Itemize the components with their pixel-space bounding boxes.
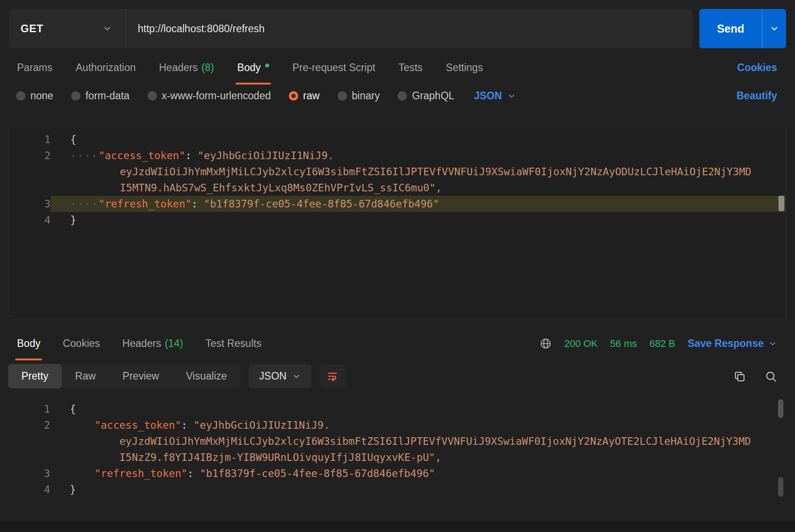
radio-x-www-form-urlencoded[interactable]: x-www-form-urlencoded	[148, 90, 271, 102]
tab-headers[interactable]: Headers(8)	[158, 62, 215, 84]
network-globe-icon[interactable]	[540, 338, 552, 350]
radio-label: form-data	[85, 90, 129, 102]
code-token: }	[70, 484, 76, 495]
wrap-lines-button[interactable]	[320, 365, 346, 388]
scrollbar-thumb[interactable]	[778, 196, 784, 211]
tab-pre-request-script[interactable]: Pre-request Script	[292, 62, 376, 84]
body-modified-dot	[265, 63, 269, 68]
search-response-button[interactable]	[765, 370, 777, 383]
line-number: 3	[9, 465, 50, 481]
tab-tests[interactable]: Tests	[398, 62, 423, 84]
json-string-value: I5MTN9.hAbS7wS_EhfsxktJyLxq8Ms0ZEhVPrIvL…	[70, 180, 786, 196]
status-badge: 200 OK	[564, 338, 598, 350]
indent	[70, 468, 94, 479]
tab-label: Settings	[446, 62, 483, 73]
view-preview[interactable]: Preview	[109, 364, 173, 388]
code-line: 3 "refresh_token": "b1f8379f-ce05-4fee-8…	[9, 465, 786, 481]
send-split-button: Send	[699, 9, 786, 48]
tab-response-cookies[interactable]: Cookies	[62, 338, 101, 360]
copy-response-button[interactable]	[733, 370, 746, 383]
code-line-highlighted: 3····"refresh_token": "b1f8379f-ce05-4fe…	[9, 196, 786, 212]
code-line: 4}	[9, 481, 786, 498]
headers-count-badge: (8)	[201, 62, 214, 73]
code-line: 1{	[9, 131, 786, 148]
tab-params[interactable]: Params	[16, 62, 53, 84]
json-key: "access_token"	[94, 419, 181, 431]
tab-label: Tests	[398, 62, 423, 73]
code-token: :	[191, 198, 204, 210]
request-url-row: GET Send	[9, 9, 786, 48]
tab-settings[interactable]: Settings	[445, 62, 484, 84]
json-string-value: eyJzdWIiOiJhYmMxMjMiLCJyb2xlcyI6W3sibmFt…	[70, 164, 786, 180]
response-time: 56 ms	[610, 338, 637, 350]
tab-response-headers[interactable]: Headers(14)	[122, 338, 184, 360]
request-body-editor[interactable]: 1{ 2····"access_token": "eyJhbGciOiJIUzI…	[9, 126, 786, 320]
indent	[70, 419, 94, 431]
radio-graphql[interactable]: GraphQL	[398, 90, 454, 102]
send-button[interactable]: Send	[699, 9, 762, 48]
line-number: 4	[9, 481, 50, 498]
chevron-down-icon	[102, 24, 112, 34]
radio-label: none	[30, 90, 53, 102]
json-string-value: "eyJhbGciOiJIUzI1NiJ9.	[194, 419, 330, 431]
url-input[interactable]	[126, 9, 692, 48]
radio-circle-icon	[71, 91, 80, 101]
code-line: 2····"access_token": "eyJhbGciOiJIUzI1Ni…	[9, 148, 786, 196]
tab-label: Authorization	[76, 62, 135, 73]
cookies-link[interactable]: Cookies	[737, 62, 777, 74]
save-response-button[interactable]: Save Response	[688, 338, 777, 350]
json-string-value: I5NzZ9.f8YIJ4IBzjm-YIBW9URnLOivquyIfjJ8I…	[70, 449, 786, 465]
save-response-label: Save Response	[688, 338, 764, 350]
tab-label: Test Results	[205, 338, 261, 349]
beautify-link[interactable]: Beautify	[736, 90, 777, 102]
response-tabs: Body Cookies Headers(14) Test Results 20…	[16, 326, 777, 360]
json-string-value: "b1f8379f-ce05-4fee-8f85-67d846efb496"	[200, 468, 435, 479]
radio-label: raw	[303, 90, 320, 102]
request-tabs: Params Authorization Headers(8) Body Pre…	[16, 48, 777, 84]
json-string-value: eyJzdWIiOiJhYmMxMjMiLCJyb2xlcyI6W3sibmFt…	[70, 433, 786, 449]
view-visualize[interactable]: Visualize	[173, 364, 241, 388]
wrap-text-icon	[326, 370, 338, 382]
tab-body[interactable]: Body	[237, 62, 270, 84]
code-token: :	[187, 468, 200, 479]
line-number: 1	[9, 401, 50, 417]
response-view-toolbar: Pretty Raw Preview Visualize JSON	[8, 364, 777, 388]
tab-authorization[interactable]: Authorization	[75, 62, 136, 84]
postman-request-view: GET Send Params Authorization Headers(8)…	[0, 9, 795, 509]
chevron-down-icon	[507, 92, 516, 101]
code-line: 2 "access_token": "eyJhbGciOiJIUzI1NiJ9.…	[9, 417, 786, 465]
send-options-button[interactable]	[762, 9, 786, 48]
scrollbar-thumb[interactable]	[778, 399, 783, 418]
response-format-select[interactable]: JSON	[249, 364, 312, 388]
view-mode-segmented-control: Pretty Raw Preview Visualize	[8, 364, 241, 388]
tab-response-body[interactable]: Body	[16, 338, 41, 360]
tab-test-results[interactable]: Test Results	[204, 338, 262, 360]
radio-binary[interactable]: binary	[338, 90, 380, 102]
line-number: 4	[9, 212, 51, 228]
chevron-down-icon	[768, 339, 777, 348]
method-label: GET	[21, 22, 43, 35]
radio-circle-icon	[398, 91, 407, 101]
view-pretty[interactable]: Pretty	[8, 364, 62, 388]
radio-raw[interactable]: raw	[289, 90, 320, 102]
view-raw[interactable]: Raw	[62, 364, 109, 388]
radio-selected-icon	[289, 91, 298, 101]
radio-circle-icon	[16, 91, 25, 101]
line-number: 3	[9, 196, 51, 212]
radio-label: GraphQL	[412, 90, 454, 102]
radio-form-data[interactable]: form-data	[71, 90, 129, 102]
code-token: {	[70, 403, 76, 415]
whitespace-dots: ····	[70, 198, 98, 210]
body-format-select[interactable]: JSON	[474, 90, 516, 102]
tab-label: Params	[17, 62, 52, 73]
scrollbar-thumb[interactable]	[778, 477, 783, 497]
method-select[interactable]: GET	[9, 9, 126, 48]
tab-label: Pre-request Script	[292, 62, 375, 73]
tab-label: Cookies	[63, 338, 100, 349]
code-line: 4}	[9, 212, 786, 228]
radio-circle-icon	[338, 91, 347, 101]
response-body-viewer[interactable]: 1{ 2 "access_token": "eyJhbGciOiJIUzI1Ni…	[9, 397, 786, 509]
radio-label: binary	[352, 90, 380, 102]
code-line: 1{	[9, 401, 786, 417]
radio-none[interactable]: none	[16, 90, 53, 102]
